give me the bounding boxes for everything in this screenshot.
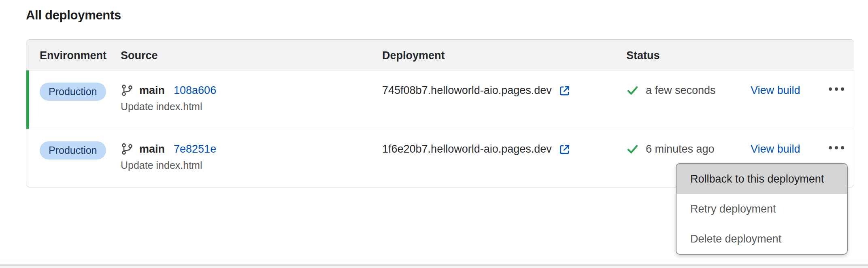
commit-message: Update index.html: [121, 159, 382, 172]
column-header-deployment: Deployment: [382, 40, 626, 62]
row-actions-button[interactable]: [826, 82, 847, 96]
column-header-status: Status: [626, 40, 751, 62]
commit-link[interactable]: 7e8251e: [174, 141, 216, 157]
ellipsis-icon: [829, 146, 832, 149]
commit-message: Update index.html: [121, 100, 382, 113]
status-cell: a few seconds: [626, 70, 751, 98]
deployment-cell: 745f08b7.helloworld-aio.pages.dev: [382, 70, 626, 98]
environment-badge: Production: [40, 141, 106, 160]
menu-item-delete[interactable]: Delete deployment: [677, 224, 847, 254]
column-header-source: Source: [121, 40, 382, 62]
next-section-edge: [0, 266, 868, 268]
table-header-row: Environment Source Deployment Status: [26, 40, 854, 70]
status-time: 6 minutes ago: [646, 141, 715, 157]
environment-cell: Production: [26, 129, 121, 160]
source-cell: main 7e8251e Update index.html: [121, 129, 382, 172]
branch-name: main: [139, 83, 165, 98]
git-branch-icon: [121, 143, 134, 155]
page-title: All deployments: [26, 8, 121, 23]
commit-link[interactable]: 108a606: [174, 83, 216, 98]
check-icon: [626, 84, 639, 97]
external-link-icon[interactable]: [558, 143, 570, 155]
row-actions-menu: Rollback to this deployment Retry deploy…: [676, 163, 848, 255]
source-cell: main 108a606 Update index.html: [121, 70, 382, 113]
environment-cell: Production: [26, 70, 121, 101]
deployment-cell: 1f6e20b7.helloworld-aio.pages.dev: [382, 129, 626, 157]
check-icon: [626, 143, 639, 155]
ellipsis-icon: [829, 87, 832, 91]
status-time: a few seconds: [646, 83, 716, 98]
deployment-url: 1f6e20b7.helloworld-aio.pages.dev: [382, 141, 552, 157]
view-build-link[interactable]: View build: [751, 143, 800, 155]
view-build-link[interactable]: View build: [751, 84, 800, 96]
branch-name: main: [139, 141, 165, 157]
table-row: Production main 108a606 Update index.htm…: [26, 70, 854, 129]
menu-item-rollback[interactable]: Rollback to this deployment: [677, 164, 847, 194]
environment-badge: Production: [40, 83, 106, 101]
row-actions-button[interactable]: [826, 140, 847, 155]
page-section-divider: [0, 259, 868, 264]
column-header-environment: Environment: [26, 40, 121, 62]
menu-item-retry[interactable]: Retry deployment: [677, 194, 847, 224]
status-cell: 6 minutes ago: [626, 129, 751, 157]
git-branch-icon: [121, 84, 134, 97]
deployment-url: 745f08b7.helloworld-aio.pages.dev: [382, 83, 552, 98]
external-link-icon[interactable]: [558, 84, 570, 97]
